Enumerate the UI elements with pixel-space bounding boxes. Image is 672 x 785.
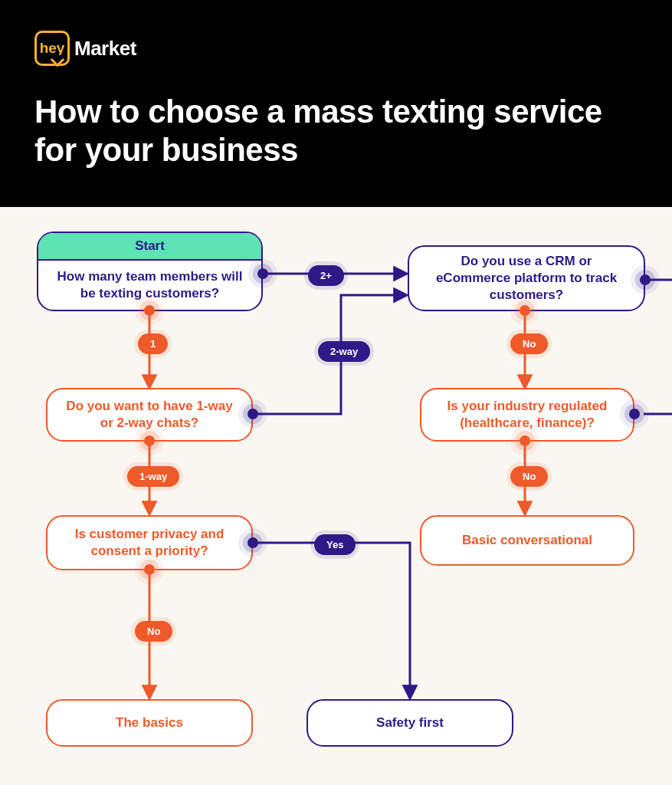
connector-dot [520, 435, 530, 446]
node-text: Do you use a CRM or eCommerce platform t… [423, 253, 630, 304]
node-text: Safety first [376, 714, 444, 731]
node-chat: Do you want to have 1-way or 2-way chats… [46, 388, 253, 442]
edge-label-crm-no: No [510, 333, 548, 354]
header: hey Market How to choose a mass texting … [0, 0, 672, 207]
node-start: Start How many team members will be text… [37, 232, 263, 311]
brand-logo: hey Market [34, 31, 638, 66]
connector-dot [144, 305, 155, 316]
node-the-basics: The basics [46, 699, 253, 747]
flowchart: Start How many team members will be text… [0, 207, 672, 785]
node-text: How many team members will be texting cu… [52, 268, 247, 302]
connector-dot [640, 274, 651, 285]
node-text: Basic conversational [462, 532, 592, 549]
node-crm: Do you use a CRM or eCommerce platform t… [408, 245, 645, 311]
connector-dot [247, 537, 258, 548]
connector-dot [520, 305, 530, 316]
connector-dot [629, 409, 640, 419]
brand-name: Market [74, 37, 136, 61]
node-privacy: Is customer privacy and consent a priori… [46, 515, 253, 570]
edge-label-2plus: 2+ [308, 265, 344, 286]
node-text: The basics [116, 714, 183, 731]
edge-label-privacy-yes: Yes [314, 534, 356, 555]
edge-label-privacy-no: No [135, 621, 172, 642]
connector-dot [144, 435, 155, 446]
edge-label-1way: 1-way [127, 466, 179, 487]
node-text: Do you want to have 1-way or 2-way chats… [61, 398, 238, 432]
connector-dot [257, 268, 268, 279]
page-title: How to choose a mass texting service for… [34, 93, 638, 169]
node-text: Is your industry regulated (healthcare, … [435, 398, 619, 432]
node-industry: Is your industry regulated (healthcare, … [420, 388, 634, 442]
edge-label-2way: 2-way [318, 341, 370, 362]
start-label: Start [38, 233, 261, 261]
edge-label-1: 1 [138, 333, 168, 354]
connector-dot [247, 409, 258, 419]
brand-logo-icon: hey [34, 31, 70, 66]
edge-label-industry-no: No [510, 466, 548, 487]
connector-dot [144, 564, 155, 575]
node-safety-first: Safety first [306, 699, 513, 747]
node-text: Is customer privacy and consent a priori… [61, 526, 238, 560]
node-basic-conversational: Basic conversational [420, 515, 634, 566]
